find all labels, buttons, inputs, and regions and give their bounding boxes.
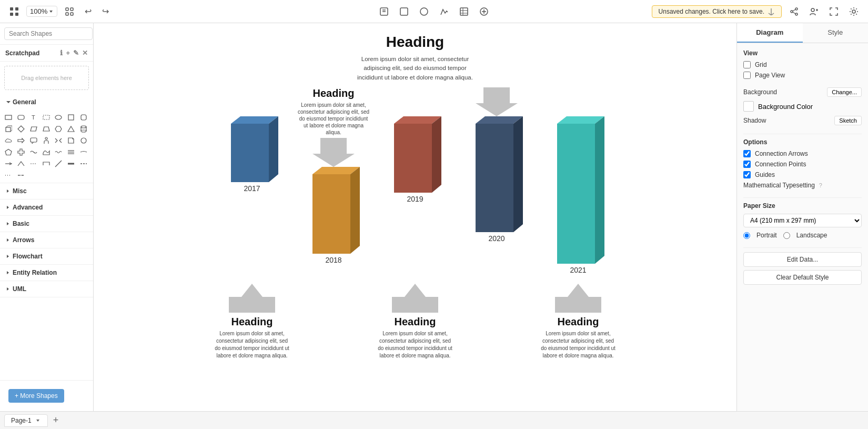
shape-irregular[interactable]: [41, 147, 52, 157]
arrow-up-2: [392, 284, 438, 313]
zoom-control[interactable]: 100%: [26, 6, 57, 17]
add-tool[interactable]: [476, 5, 492, 18]
connection-points-checkbox[interactable]: [743, 161, 751, 168]
math-info-icon[interactable]: ?: [819, 182, 822, 188]
section-general-header[interactable]: General: [0, 94, 93, 110]
background-color-swatch[interactable]: [743, 101, 754, 112]
shape-arrow-right[interactable]: [16, 135, 26, 146]
shape-angle[interactable]: [16, 158, 26, 169]
settings-button[interactable]: [846, 5, 862, 18]
section-advanced-header[interactable]: Advanced: [0, 199, 93, 215]
shape-line-list[interactable]: [66, 147, 76, 157]
shape-tool[interactable]: [396, 5, 412, 18]
share-button[interactable]: [786, 5, 802, 18]
scratchpad-edit-icon[interactable]: ✎: [73, 49, 79, 57]
svg-point-25: [811, 8, 814, 12]
page-tab-label: Page-1: [11, 417, 32, 424]
shape-curve[interactable]: [78, 147, 89, 157]
connection-arrows-checkbox[interactable]: [743, 150, 751, 157]
paper-size-select[interactable]: A4 (210 mm x 297 mm): [743, 214, 862, 227]
section-flowchart: Flowchart: [0, 248, 93, 265]
section-arrows-header[interactable]: Arrows: [0, 232, 93, 248]
shape-chat-bubble[interactable]: [28, 135, 39, 146]
shape-pentagon[interactable]: [3, 147, 14, 157]
save-button[interactable]: Unsaved changes. Click here to save.: [652, 5, 782, 18]
section-general-label: General: [13, 98, 36, 106]
shape-rounded-sq[interactable]: [78, 112, 89, 123]
grid-checkbox[interactable]: [743, 61, 751, 68]
shape-line-arrow[interactable]: [3, 158, 14, 169]
scratchpad-add-icon[interactable]: +: [66, 49, 70, 57]
shape-diamond[interactable]: [16, 124, 26, 134]
page-tab-1[interactable]: Page-1: [4, 414, 48, 427]
freehand-tool[interactable]: [436, 5, 452, 18]
shape-3d-box[interactable]: [3, 124, 14, 134]
shape-trapezoid[interactable]: [41, 124, 52, 134]
more-shapes-button[interactable]: + More Shapes: [8, 389, 64, 403]
add-user-button[interactable]: [806, 5, 822, 18]
shape-line-dashes[interactable]: [28, 158, 39, 169]
sketch-button[interactable]: Sketch: [834, 116, 862, 125]
shape-cylinder[interactable]: [78, 124, 89, 134]
shape-square[interactable]: [66, 112, 76, 123]
shape-ellipse[interactable]: [53, 112, 64, 123]
section-uml-header[interactable]: UML: [0, 281, 93, 297]
shape-dashed-line[interactable]: [78, 158, 89, 169]
tab-diagram[interactable]: Diagram: [737, 23, 803, 43]
portrait-radio[interactable]: [743, 232, 750, 239]
bar-2019[interactable]: [389, 116, 441, 193]
shape-note[interactable]: [66, 135, 76, 146]
bar-2021[interactable]: [552, 116, 604, 264]
shape-cross[interactable]: [16, 147, 26, 157]
tab-style[interactable]: Style: [803, 23, 869, 43]
scratchpad-header: Scratchpad ℹ + ✎ ✕: [0, 45, 93, 62]
bar-2017[interactable]: [226, 116, 278, 182]
shape-dotted-line[interactable]: [3, 170, 14, 181]
redo-button[interactable]: ↪: [99, 4, 112, 18]
shape-triangle[interactable]: [66, 124, 76, 134]
clear-default-style-button[interactable]: Clear Default Style: [743, 270, 862, 285]
shape-cloud[interactable]: [3, 135, 14, 146]
shape-tape[interactable]: [28, 147, 39, 157]
landscape-radio[interactable]: [783, 232, 790, 239]
shape-circle-small[interactable]: [78, 135, 89, 146]
fullscreen-button[interactable]: [826, 5, 842, 18]
shape-hexagon[interactable]: [53, 124, 64, 134]
shadow-sketch-row: Shadow Sketch: [743, 116, 862, 125]
shape-squiggle[interactable]: [53, 147, 64, 157]
select-tool[interactable]: [376, 5, 392, 18]
panel-body: View Grid Page View Background Change...: [737, 43, 868, 411]
text-tool[interactable]: [416, 5, 432, 18]
add-page-button[interactable]: +: [50, 414, 62, 427]
table-tool[interactable]: [456, 5, 472, 18]
shape-connector[interactable]: [41, 158, 52, 169]
shape-text[interactable]: T: [28, 112, 39, 123]
search-input[interactable]: [4, 27, 93, 40]
shape-dotted-rect[interactable]: [41, 112, 52, 123]
section-basic-header[interactable]: Basic: [0, 216, 93, 232]
shape-bracket[interactable]: [53, 135, 64, 146]
shape-parallelogram[interactable]: [28, 124, 39, 134]
scratchpad-close-icon[interactable]: ✕: [82, 49, 88, 57]
canvas-area[interactable]: Heading Lorem ipsum dolor sit amet, cons…: [94, 23, 736, 411]
edit-data-button[interactable]: Edit Data...: [743, 252, 862, 267]
guides-checkbox[interactable]: [743, 171, 751, 178]
bar-2020[interactable]: [470, 116, 523, 232]
shape-diagonal[interactable]: [53, 158, 64, 169]
page-view-checkbox[interactable]: [743, 72, 751, 79]
fit-page-button[interactable]: [62, 5, 77, 18]
undo-button[interactable]: ↩: [82, 4, 95, 18]
shape-process[interactable]: [3, 112, 14, 123]
section-flowchart-header[interactable]: Flowchart: [0, 248, 93, 264]
scratchpad-info-icon[interactable]: ℹ: [60, 49, 63, 57]
shape-alt-line[interactable]: [16, 170, 26, 181]
section-entity-header[interactable]: Entity Relation: [0, 265, 93, 281]
section-misc-header[interactable]: Misc: [0, 183, 93, 199]
shape-rounded-rect[interactable]: [16, 112, 26, 123]
search-bar: 🔍: [0, 23, 93, 45]
background-change-button[interactable]: Change...: [827, 87, 862, 97]
shape-thick-line[interactable]: [66, 158, 76, 169]
shape-person[interactable]: [41, 135, 52, 146]
apps-button[interactable]: [6, 5, 22, 18]
bar-2018[interactable]: [307, 167, 360, 254]
